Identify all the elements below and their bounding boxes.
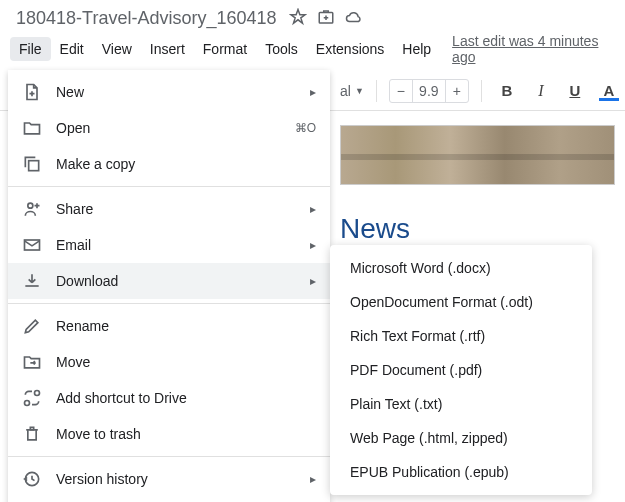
menu-item-label: Move to trash — [56, 426, 141, 442]
file-menu-rename[interactable]: Rename — [8, 308, 330, 344]
chevron-right-icon: ▸ — [310, 238, 316, 252]
copy-icon — [22, 154, 42, 174]
trash-icon — [22, 424, 42, 444]
document-title[interactable]: 180418-Travel-Advisory_160418 — [16, 8, 277, 29]
file-menu-dropdown: New▸Open⌘OMake a copyShare▸Email▸Downloa… — [8, 70, 330, 502]
menu-insert[interactable]: Insert — [141, 37, 194, 61]
menu-separator — [8, 456, 330, 457]
menu-separator — [8, 303, 330, 304]
menu-item-label: Move — [56, 354, 90, 370]
mail-icon — [22, 235, 42, 255]
font-size-stepper[interactable]: − 9.9 + — [389, 79, 469, 103]
font-size-decrease[interactable]: − — [390, 80, 412, 102]
svg-rect-1 — [29, 161, 39, 171]
italic-button[interactable]: I — [528, 82, 554, 100]
svg-point-2 — [28, 203, 33, 208]
move-icon — [22, 352, 42, 372]
menu-separator — [8, 186, 330, 187]
file-menu-history[interactable]: Version history▸ — [8, 461, 330, 497]
document-image[interactable] — [340, 125, 615, 185]
download-option[interactable]: PDF Document (.pdf) — [330, 353, 592, 387]
shortcut-icon — [22, 388, 42, 408]
star-icon[interactable] — [289, 8, 307, 29]
menu-item-label: Email — [56, 237, 91, 253]
menu-item-label: Add shortcut to Drive — [56, 390, 187, 406]
bold-button[interactable]: B — [494, 82, 520, 99]
chevron-right-icon: ▸ — [310, 202, 316, 216]
chevron-right-icon: ▸ — [310, 472, 316, 486]
download-option[interactable]: EPUB Publication (.epub) — [330, 455, 592, 489]
pencil-icon — [22, 316, 42, 336]
file-menu-shortcut[interactable]: Add shortcut to Drive — [8, 380, 330, 416]
download-option[interactable]: Microsoft Word (.docx) — [330, 251, 592, 285]
menu-item-label: Rename — [56, 318, 109, 334]
download-option[interactable]: Rich Text Format (.rtf) — [330, 319, 592, 353]
file-menu-download[interactable]: Download▸ — [8, 263, 330, 299]
svg-point-4 — [35, 391, 40, 396]
history-icon — [22, 469, 42, 489]
menu-tools[interactable]: Tools — [256, 37, 307, 61]
menu-bar: FileEditViewInsertFormatToolsExtensionsH… — [0, 33, 625, 71]
file-menu-email[interactable]: Email▸ — [8, 227, 330, 263]
file-plus-icon — [22, 82, 42, 102]
shortcut-text: ⌘O — [295, 121, 316, 135]
menu-file[interactable]: File — [10, 37, 51, 61]
menu-extensions[interactable]: Extensions — [307, 37, 393, 61]
menu-item-label: Share — [56, 201, 93, 217]
file-menu-offline[interactable]: Make available offline — [8, 497, 330, 502]
chevron-right-icon: ▸ — [310, 274, 316, 288]
menu-item-label: Version history — [56, 471, 148, 487]
text-color-button[interactable]: A — [596, 82, 622, 99]
file-menu-move[interactable]: Move — [8, 344, 330, 380]
chevron-right-icon: ▸ — [310, 85, 316, 99]
file-menu-trash[interactable]: Move to trash — [8, 416, 330, 452]
download-option[interactable]: Plain Text (.txt) — [330, 387, 592, 421]
file-menu-copy[interactable]: Make a copy — [8, 146, 330, 182]
person-plus-icon — [22, 199, 42, 219]
menu-item-label: New — [56, 84, 84, 100]
menu-item-label: Download — [56, 273, 118, 289]
file-menu-share[interactable]: Share▸ — [8, 191, 330, 227]
download-submenu: Microsoft Word (.docx)OpenDocument Forma… — [330, 245, 592, 495]
cloud-icon[interactable] — [345, 8, 363, 29]
font-size-increase[interactable]: + — [446, 80, 468, 102]
paragraph-style-dropdown[interactable]: al▼ — [340, 83, 364, 99]
file-menu-new[interactable]: New▸ — [8, 74, 330, 110]
menu-item-label: Open — [56, 120, 90, 136]
svg-point-5 — [25, 401, 30, 406]
download-option[interactable]: Web Page (.html, zipped) — [330, 421, 592, 455]
move-header-icon[interactable] — [317, 8, 335, 29]
font-size-value[interactable]: 9.9 — [412, 80, 446, 102]
download-icon — [22, 271, 42, 291]
last-edit-link[interactable]: Last edit was 4 minutes ago — [452, 33, 615, 65]
document-heading[interactable]: News — [340, 213, 615, 245]
menu-help[interactable]: Help — [393, 37, 440, 61]
menu-view[interactable]: View — [93, 37, 141, 61]
underline-button[interactable]: U — [562, 82, 588, 99]
menu-edit[interactable]: Edit — [51, 37, 93, 61]
folder-icon — [22, 118, 42, 138]
menu-format[interactable]: Format — [194, 37, 256, 61]
menu-item-label: Make a copy — [56, 156, 135, 172]
file-menu-open[interactable]: Open⌘O — [8, 110, 330, 146]
download-option[interactable]: OpenDocument Format (.odt) — [330, 285, 592, 319]
